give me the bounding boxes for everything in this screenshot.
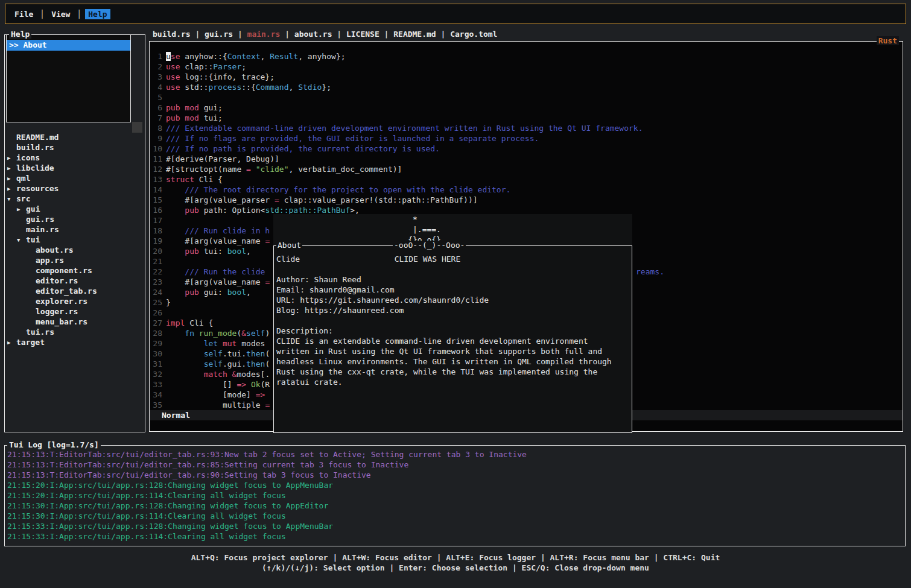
code-line-14[interactable]: 14 /// The root directory for the projec… <box>150 185 903 195</box>
tab-license[interactable]: LICENSE <box>346 30 379 39</box>
clide-tui-app: File│View│Help README.mdbuild.rs▶icons▶l… <box>0 0 911 588</box>
tree-item-label: main.rs <box>26 225 59 234</box>
code-token: /// The root directory for the project t… <box>166 185 510 194</box>
log-entry: 21:15:13:T:EditorTab:src/tui/editor_tab.… <box>7 460 905 470</box>
tree-item-build-rs[interactable]: build.rs <box>5 142 144 153</box>
code-line-11[interactable]: 11#[derive(Parser, Debug)] <box>150 154 903 164</box>
tree-item-label: libclide <box>16 163 54 172</box>
chevron-collapsed-icon: ▶ <box>7 184 16 194</box>
code-token: pub <box>185 206 203 215</box>
tree-item-menu-bar-rs[interactable]: menu_bar.rs <box>5 317 144 327</box>
code-token: impl <box>166 318 189 327</box>
line-number: 28 <box>150 328 162 338</box>
code-line-12[interactable]: 12#[structopt(name = "clide", verbatim_d… <box>150 164 903 174</box>
tree-item-main-rs[interactable]: main.rs <box>5 224 144 235</box>
code-line-6[interactable]: 6pub mod gui; <box>150 103 903 113</box>
code-token: tui; <box>204 113 223 122</box>
tree-item-editor-tab-rs[interactable]: editor_tab.rs <box>5 286 144 296</box>
tab-build-rs[interactable]: build.rs <box>153 30 191 39</box>
editor-language-label: Rust <box>877 36 899 45</box>
tree-item-readme-md[interactable]: README.md <box>5 132 144 142</box>
menu-item-file[interactable]: File <box>11 9 36 19</box>
code-token: pub <box>185 247 203 256</box>
tab-cargo-toml[interactable]: Cargo.toml <box>450 30 497 39</box>
code-token: then <box>246 349 265 358</box>
code-token: path: Option< <box>204 206 265 215</box>
tree-item-explorer-rs[interactable]: explorer.rs <box>5 296 144 306</box>
tree-item-tui-rs[interactable]: tui.rs <box>5 327 144 337</box>
tree-item-gui-rs[interactable]: gui.rs <box>5 214 144 224</box>
about-popup-box: About -ooO--(_)--Ooo- Clide CLIDE WAS HE… <box>273 245 632 433</box>
tree-item-component-rs[interactable]: component.rs <box>5 265 144 276</box>
status-bar-shortcuts-line2: (↑/k)/(↓/j): Select option | Enter: Choo… <box>0 563 911 573</box>
code-line-13[interactable]: 13struct Cli { <box>150 174 903 185</box>
code-token: se <box>171 52 185 61</box>
tree-item-label: editor.rs <box>36 276 78 285</box>
menu-item-help[interactable]: Help <box>85 9 110 19</box>
tree-item-icons[interactable]: ▶icons <box>5 153 144 163</box>
file-tree[interactable]: README.mdbuild.rs▶icons▶libclide▶qml▶res… <box>5 132 144 347</box>
code-line-9[interactable]: 9/// If no flags are provided, the GUI e… <box>150 133 903 144</box>
code-token: >, <box>350 206 360 215</box>
code-token <box>166 206 185 215</box>
line-number: 9 <box>150 133 162 144</box>
tree-item-app-rs[interactable]: app.rs <box>5 255 144 265</box>
tree-item-logger-rs[interactable]: logger.rs <box>5 306 144 317</box>
code-token: , <box>261 52 270 61</box>
code-line-3[interactable]: 3use log::{info, trace}; <box>150 72 903 82</box>
code-line-2[interactable]: 2use clap::Parser; <box>150 62 903 72</box>
about-popup-line <box>276 315 632 326</box>
help-dropdown-title: Help <box>9 30 31 39</box>
tree-item-about-rs[interactable]: about.rs <box>5 245 144 255</box>
code-token: gui: <box>204 288 227 297</box>
tree-item-qml[interactable]: ▶qml <box>5 173 144 183</box>
line-number: 23 <box>150 277 162 287</box>
tab-readme-md[interactable]: README.md <box>393 30 436 39</box>
code-token: => <box>256 390 265 399</box>
tree-item-target[interactable]: ▶target <box>5 337 144 347</box>
menu-item-view[interactable]: View <box>48 9 73 19</box>
chevron-expanded-icon: ▼ <box>7 194 16 204</box>
tab-separator: | <box>332 30 346 39</box>
code-token: /// If no flags are provided, the GUI ed… <box>166 134 539 143</box>
tree-item-label: qml <box>16 174 30 183</box>
tab-about-rs[interactable]: about.rs <box>294 30 332 39</box>
chevron-expanded-icon: ▼ <box>17 235 26 245</box>
tab-gui-rs[interactable]: gui.rs <box>205 30 233 39</box>
tree-item-tui[interactable]: ▼tui <box>5 235 144 245</box>
code-token: = <box>275 195 284 204</box>
code-line-7[interactable]: 7pub mod tui; <box>150 113 903 123</box>
code-token: bool <box>227 288 246 297</box>
code-token-tail: reams. <box>636 267 664 277</box>
code-line-8[interactable]: 8/// Extendable command-line driven deve… <box>150 123 903 133</box>
about-popup-line: Author: Shaun Reed <box>276 274 632 285</box>
code-token: , verbatim_doc_comment)] <box>289 165 402 174</box>
about-popup-content: Clide CLIDE WAS HEREAuthor: Shaun ReedEm… <box>274 246 632 387</box>
tab-main-rs[interactable]: main.rs <box>247 30 281 39</box>
tree-item-libclide[interactable]: ▶libclide <box>5 163 144 173</box>
code-token: use <box>166 83 185 92</box>
code-line-15[interactable]: 15 #[arg(value_parser = clap::value_pars… <box>150 195 903 205</box>
code-token: u <box>166 52 171 61</box>
code-line-5[interactable]: 5 <box>150 92 903 103</box>
code-line-1[interactable]: 1use anyhow::{Context, Result, anyhow}; <box>150 51 903 62</box>
log-entry: 21:15:30:I:App:src/tui/app.rs:114:Cleari… <box>7 511 905 521</box>
scrollbar-thumb[interactable] <box>132 122 142 133</box>
code-line-10[interactable]: 10/// If no path is provided, the curren… <box>150 144 903 154</box>
help-menu-item-about[interactable]: >> About <box>7 40 130 51</box>
tree-item-gui[interactable]: ▶gui <box>5 204 144 214</box>
tree-item-label: about.rs <box>36 245 74 254</box>
code-token: #[arg(value_name <box>166 277 265 286</box>
tree-item-src[interactable]: ▼src <box>5 194 144 204</box>
line-number: 35 <box>150 400 162 410</box>
tree-item-editor-rs[interactable]: editor.rs <box>5 276 144 286</box>
tab-separator: | <box>233 30 247 39</box>
code-token: tui: <box>204 247 227 256</box>
code-token: #[derive(Parser, Debug)] <box>166 154 279 163</box>
tree-item-resources[interactable]: ▶resources <box>5 183 144 194</box>
tree-item-label: tui <box>26 235 40 244</box>
code-line-4[interactable]: 4use std::process::{Command, Stdio}; <box>150 82 903 92</box>
code-token: }; <box>322 83 331 92</box>
code-token: /// Extendable command-line driven devel… <box>166 124 643 133</box>
log-entry: 21:15:30:I:App:src/tui/app.rs:128:Changi… <box>7 501 905 511</box>
